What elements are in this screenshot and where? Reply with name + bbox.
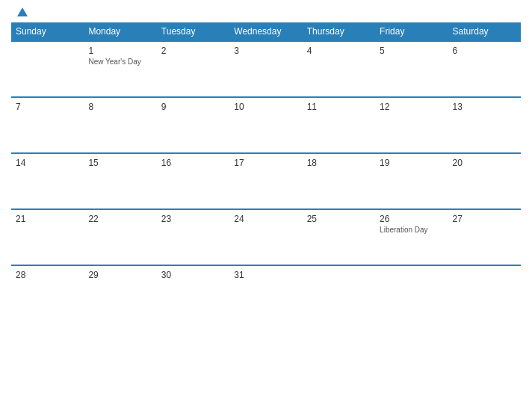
weekday-header-saturday: Saturday — [448, 22, 521, 41]
calendar-cell: 4 — [303, 41, 375, 97]
calendar-cell — [303, 265, 375, 321]
calendar-tbody: 1New Year's Day2345678910111213141516171… — [11, 41, 521, 321]
day-number: 19 — [380, 158, 443, 168]
calendar-cell: 26Liberation Day — [375, 209, 448, 265]
day-number: 20 — [453, 158, 516, 168]
calendar-cell: 16 — [157, 153, 229, 209]
calendar-cell — [448, 265, 521, 321]
calendar-cell: 6 — [448, 41, 521, 97]
calendar-container: SundayMondayTuesdayWednesdayThursdayFrid… — [0, 0, 532, 411]
day-number: 9 — [161, 102, 225, 112]
calendar-header — [11, 7, 521, 16]
calendar-cell: 2 — [157, 41, 229, 97]
weekday-header-sunday: Sunday — [11, 22, 84, 41]
calendar-cell: 15 — [84, 153, 156, 209]
day-number: 1 — [88, 46, 152, 56]
calendar-week-row: 1New Year's Day23456 — [11, 41, 521, 97]
day-number: 18 — [307, 158, 371, 168]
day-number: 29 — [88, 270, 152, 280]
day-number: 15 — [88, 158, 152, 168]
calendar-cell — [375, 265, 448, 321]
day-number: 25 — [307, 214, 371, 224]
holiday-name: Liberation Day — [380, 226, 443, 234]
calendar-cell: 1New Year's Day — [84, 41, 156, 97]
calendar-week-row: 78910111213 — [11, 97, 521, 153]
calendar-cell: 18 — [303, 153, 375, 209]
day-number: 11 — [307, 102, 371, 112]
day-number: 14 — [16, 158, 79, 168]
day-number: 21 — [16, 214, 79, 224]
weekday-header-friday: Friday — [375, 22, 448, 41]
day-number: 22 — [88, 214, 152, 224]
day-number: 3 — [234, 46, 297, 56]
day-number: 2 — [161, 46, 225, 56]
day-number: 5 — [380, 46, 443, 56]
weekday-header-thursday: Thursday — [303, 22, 375, 41]
day-number: 23 — [161, 214, 225, 224]
day-number: 30 — [161, 270, 225, 280]
calendar-table: SundayMondayTuesdayWednesdayThursdayFrid… — [11, 22, 521, 321]
calendar-cell: 3 — [229, 41, 302, 97]
holiday-name: New Year's Day — [88, 58, 152, 66]
calendar-cell: 19 — [375, 153, 448, 209]
calendar-thead: SundayMondayTuesdayWednesdayThursdayFrid… — [11, 22, 521, 41]
calendar-week-row: 212223242526Liberation Day27 — [11, 209, 521, 265]
calendar-cell: 5 — [375, 41, 448, 97]
calendar-cell: 11 — [303, 97, 375, 153]
day-number: 7 — [16, 102, 79, 112]
calendar-cell: 27 — [448, 209, 521, 265]
logo-triangle-icon — [17, 7, 28, 16]
calendar-cell: 17 — [229, 153, 302, 209]
calendar-cell: 8 — [84, 97, 156, 153]
day-number: 16 — [161, 158, 225, 168]
calendar-cell: 21 — [11, 209, 84, 265]
day-number: 12 — [380, 102, 443, 112]
weekday-header-row: SundayMondayTuesdayWednesdayThursdayFrid… — [11, 22, 521, 41]
weekday-header-monday: Monday — [84, 22, 156, 41]
calendar-cell: 7 — [11, 97, 84, 153]
day-number: 13 — [453, 102, 516, 112]
calendar-week-row: 14151617181920 — [11, 153, 521, 209]
calendar-week-row: 28293031 — [11, 265, 521, 321]
day-number: 31 — [234, 270, 297, 280]
day-number: 27 — [453, 214, 516, 224]
calendar-cell: 28 — [11, 265, 84, 321]
calendar-cell: 31 — [229, 265, 302, 321]
calendar-cell: 9 — [157, 97, 229, 153]
day-number: 6 — [453, 46, 516, 56]
weekday-header-tuesday: Tuesday — [157, 22, 229, 41]
calendar-cell: 30 — [157, 265, 229, 321]
logo-blue-row — [15, 7, 28, 16]
calendar-cell: 24 — [229, 209, 302, 265]
calendar-cell: 14 — [11, 153, 84, 209]
day-number: 4 — [307, 46, 371, 56]
day-number: 24 — [234, 214, 297, 224]
calendar-cell: 12 — [375, 97, 448, 153]
logo — [15, 7, 28, 16]
calendar-cell: 23 — [157, 209, 229, 265]
day-number: 8 — [88, 102, 152, 112]
day-number: 10 — [234, 102, 297, 112]
day-number: 26 — [380, 214, 443, 224]
calendar-cell: 20 — [448, 153, 521, 209]
calendar-cell — [11, 41, 84, 97]
calendar-cell: 22 — [84, 209, 156, 265]
calendar-cell: 10 — [229, 97, 302, 153]
calendar-cell: 29 — [84, 265, 156, 321]
day-number: 28 — [16, 270, 79, 280]
calendar-cell: 25 — [303, 209, 375, 265]
calendar-cell: 13 — [448, 97, 521, 153]
weekday-header-wednesday: Wednesday — [229, 22, 302, 41]
day-number: 17 — [234, 158, 297, 168]
